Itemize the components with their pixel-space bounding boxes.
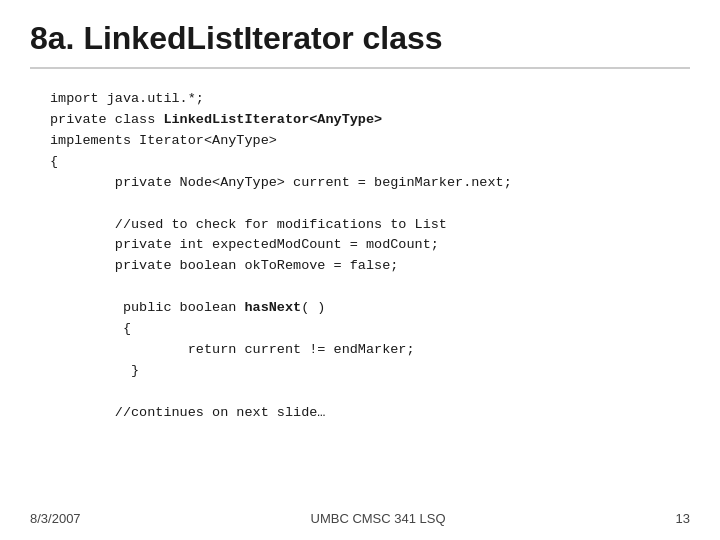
code-line-6: [50, 194, 690, 215]
code-line-15: [50, 382, 690, 403]
code-block: import java.util.*; private class Linked…: [30, 89, 690, 424]
code-line-2: private class LinkedListIterator<AnyType…: [50, 110, 690, 131]
slide-title: 8a. LinkedListIterator class: [30, 20, 690, 69]
code-line-9: private boolean okToRemove = false;: [50, 256, 690, 277]
code-line-8: private int expectedModCount = modCount;: [50, 235, 690, 256]
footer-page: 13: [676, 511, 690, 526]
code-line-10: [50, 277, 690, 298]
code-line-7: //used to check for modifications to Lis…: [50, 215, 690, 236]
footer-center: UMBC CMSC 341 LSQ: [311, 511, 446, 526]
code-line-3: implements Iterator<AnyType>: [50, 131, 690, 152]
code-line-11: public boolean hasNext( ): [50, 298, 690, 319]
footer: 8/3/2007 UMBC CMSC 341 LSQ 13: [0, 511, 720, 526]
code-line-12: {: [50, 319, 690, 340]
code-line-1: import java.util.*;: [50, 89, 690, 110]
slide: 8a. LinkedListIterator class import java…: [0, 0, 720, 540]
code-line-5: private Node<AnyType> current = beginMar…: [50, 173, 690, 194]
code-line-13: return current != endMarker;: [50, 340, 690, 361]
code-line-14: }: [50, 361, 690, 382]
code-line-16: //continues on next slide…: [50, 403, 690, 424]
footer-date: 8/3/2007: [30, 511, 81, 526]
code-line-4: {: [50, 152, 690, 173]
